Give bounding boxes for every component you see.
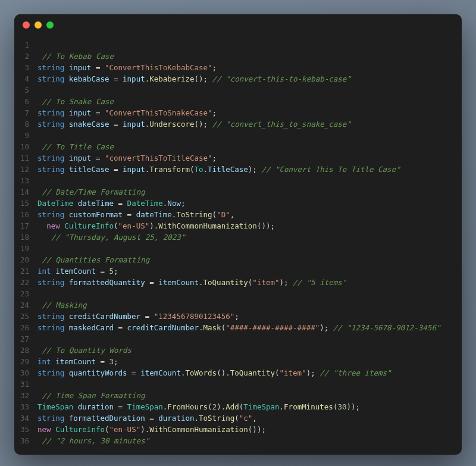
code-editor[interactable]: 1234567891011121314151617181920212223242…: [14, 36, 462, 455]
line-number: 24: [20, 299, 29, 311]
line-number: 7: [20, 107, 29, 118]
code-line[interactable]: string formattedDuration = duration.ToSt…: [37, 412, 452, 424]
line-number: 14: [20, 186, 29, 198]
code-line[interactable]: new CultureInfo("en-US").WithCommonHuman…: [37, 424, 452, 435]
code-line[interactable]: [37, 333, 452, 345]
code-line[interactable]: int itemCount = 5;: [37, 265, 452, 277]
code-line[interactable]: string customFormat = dateTime.ToString(…: [37, 209, 452, 220]
code-line[interactable]: string kebabCase = input.Kebaberize(); /…: [37, 73, 452, 85]
line-number: 11: [20, 152, 29, 164]
code-line[interactable]: [37, 175, 452, 186]
line-number: 6: [20, 96, 29, 107]
code-content[interactable]: // To Kebab Casestring input = "ConvertT…: [37, 39, 462, 446]
code-line[interactable]: string input = "convertThisToTitleCase";: [37, 152, 452, 164]
code-line[interactable]: // To Snake Case: [37, 96, 452, 107]
code-line[interactable]: TimeSpan duration = TimeSpan.FromHours(2…: [37, 401, 452, 412]
code-line[interactable]: string creditCardNumber = "1234567890123…: [37, 311, 452, 322]
code-line[interactable]: string titleCase = input.Transform(To.Ti…: [37, 164, 452, 175]
code-line[interactable]: // Time Span Formatting: [37, 390, 452, 401]
line-number: 9: [20, 130, 29, 141]
line-number: 19: [20, 243, 29, 254]
minimize-icon[interactable]: [35, 21, 42, 29]
code-line[interactable]: // Quantities Formatting: [37, 254, 452, 265]
code-line[interactable]: [37, 288, 452, 299]
line-number: 28: [20, 345, 29, 356]
code-line[interactable]: [37, 130, 452, 141]
line-number: 17: [20, 220, 29, 232]
line-number: 20: [20, 254, 29, 265]
close-icon[interactable]: [23, 21, 30, 29]
line-number: 36: [20, 435, 29, 446]
code-line[interactable]: // Masking: [37, 299, 452, 311]
code-line[interactable]: // To Kebab Case: [37, 51, 452, 62]
code-line[interactable]: [37, 243, 452, 254]
line-number: 32: [20, 390, 29, 401]
line-number: 13: [20, 175, 29, 186]
line-number: 30: [20, 367, 29, 379]
code-line[interactable]: // "2 hours, 30 minutes": [37, 435, 452, 446]
line-number: 34: [20, 412, 29, 424]
line-number-gutter: 1234567891011121314151617181920212223242…: [14, 39, 37, 446]
code-line[interactable]: string input = "ConvertThisToKebabCase";: [37, 62, 452, 73]
code-line[interactable]: [37, 85, 452, 96]
line-number: 26: [20, 322, 29, 333]
code-window: 1234567891011121314151617181920212223242…: [14, 14, 462, 455]
line-number: 8: [20, 118, 29, 130]
line-number: 2: [20, 51, 29, 62]
line-number: 31: [20, 379, 29, 390]
line-number: 33: [20, 401, 29, 412]
code-line[interactable]: string input = "ConvertThisToSnakeCase";: [37, 107, 452, 118]
code-line[interactable]: // To Title Case: [37, 141, 452, 152]
line-number: 16: [20, 209, 29, 220]
line-number: 35: [20, 424, 29, 435]
zoom-icon[interactable]: [46, 21, 54, 29]
code-line[interactable]: DateTime dateTime = DateTime.Now;: [37, 198, 452, 209]
code-line[interactable]: [37, 379, 452, 390]
code-line[interactable]: string formattedQuantity = itemCount.ToQ…: [37, 277, 452, 288]
line-number: 5: [20, 85, 29, 96]
code-line[interactable]: // Date/Time Formatting: [37, 186, 452, 198]
line-number: 10: [20, 141, 29, 152]
code-line[interactable]: int itemCount = 3;: [37, 356, 452, 367]
window-titlebar: [14, 14, 462, 36]
line-number: 22: [20, 277, 29, 288]
line-number: 29: [20, 356, 29, 367]
code-line[interactable]: // "Thursday, August 25, 2023": [37, 232, 452, 243]
line-number: 4: [20, 73, 29, 85]
code-line[interactable]: new CultureInfo("en-US").WithCommonHuman…: [37, 220, 452, 232]
code-line[interactable]: // To Quantity Words: [37, 345, 452, 356]
line-number: 1: [20, 39, 29, 51]
line-number: 3: [20, 62, 29, 73]
code-line[interactable]: [37, 39, 452, 51]
line-number: 12: [20, 164, 29, 175]
code-line[interactable]: string maskedCard = creditCardNumber.Mas…: [37, 322, 452, 333]
line-number: 21: [20, 265, 29, 277]
line-number: 15: [20, 198, 29, 209]
code-line[interactable]: string snakeCase = input.Underscore(); /…: [37, 118, 452, 130]
line-number: 27: [20, 333, 29, 345]
line-number: 18: [20, 232, 29, 243]
line-number: 23: [20, 288, 29, 299]
line-number: 25: [20, 311, 29, 322]
code-line[interactable]: string quantityWords = itemCount.ToWords…: [37, 367, 452, 379]
